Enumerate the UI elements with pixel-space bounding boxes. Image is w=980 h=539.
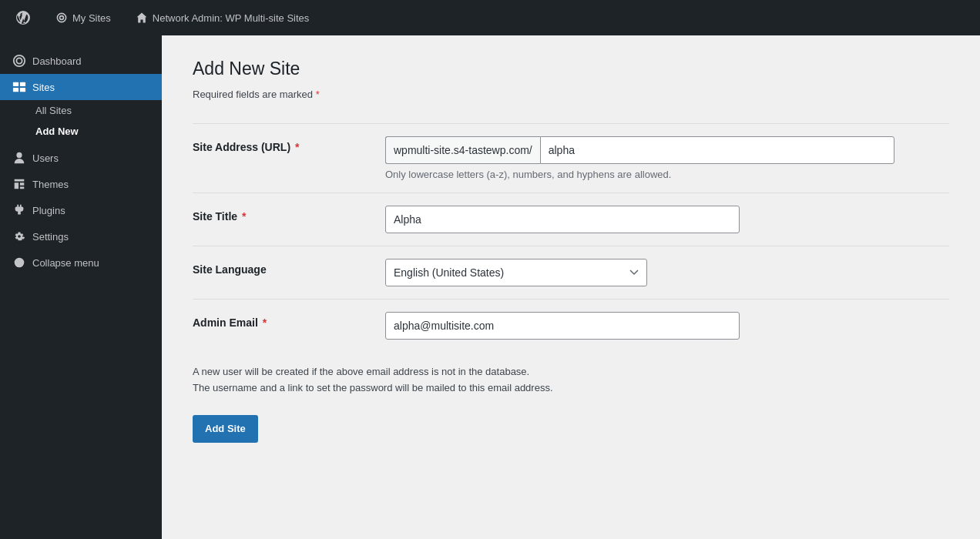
- site-address-input[interactable]: [540, 136, 894, 164]
- dashboard-icon: [12, 54, 26, 68]
- sidebar-item-collapse[interactable]: Collapse menu: [0, 249, 162, 276]
- sidebar-item-sites[interactable]: Sites: [0, 74, 162, 100]
- sidebar-item-settings[interactable]: Settings: [0, 223, 162, 249]
- admin-email-input[interactable]: [385, 312, 740, 340]
- notice-line1: A new user will be created if the above …: [193, 364, 949, 380]
- add-site-button[interactable]: Add Site: [193, 415, 258, 443]
- site-address-hint: Only lowercase letters (a-z), numbers, a…: [385, 169, 949, 180]
- topbar: My Sites Network Admin: WP Multi-site Si…: [0, 0, 980, 35]
- svg-rect-3: [20, 88, 25, 92]
- sidebar-item-themes[interactable]: Themes: [0, 171, 162, 197]
- settings-icon: [12, 229, 26, 243]
- sites-label: Sites: [32, 82, 55, 93]
- users-icon: [12, 151, 26, 165]
- required-note: Required fields are marked *: [193, 89, 949, 100]
- form-row-admin-email: Admin Email *: [193, 299, 949, 352]
- home-icon: [136, 12, 148, 24]
- add-new-label: Add New: [35, 126, 79, 137]
- collapse-label: Collapse menu: [32, 257, 99, 269]
- form-row-site-title: Site Title *: [193, 192, 949, 246]
- required-asterisk: *: [316, 89, 320, 100]
- site-address-label: Site Address (URL) *: [193, 136, 385, 153]
- themes-icon: [12, 177, 26, 191]
- dashboard-label: Dashboard: [32, 55, 82, 67]
- url-input-group: wpmulti-site.s4-tastewp.com/: [385, 136, 949, 164]
- layout: Dashboard Sites All Sites Add New: [0, 35, 980, 539]
- form-row-site-language: Site Language English (United States): [193, 246, 949, 299]
- my-sites-label: My Sites: [72, 12, 111, 24]
- sidebar-section-main: Dashboard Sites All Sites Add New: [0, 42, 162, 279]
- themes-label: Themes: [32, 179, 69, 190]
- sidebar: Dashboard Sites All Sites Add New: [0, 35, 162, 539]
- sidebar-item-add-new[interactable]: Add New: [0, 121, 162, 142]
- page-title: Add New Site: [193, 59, 949, 79]
- notice-text: A new user will be created if the above …: [193, 364, 949, 397]
- site-language-label: Site Language: [193, 259, 385, 276]
- sites-icon: [12, 80, 26, 94]
- wp-logo-icon: [15, 10, 31, 25]
- site-title-input[interactable]: [385, 206, 740, 233]
- form-row-site-address: Site Address (URL) * wpmulti-site.s4-tas…: [193, 123, 949, 192]
- notice-line2: The username and a link to set the passw…: [193, 380, 949, 397]
- site-language-select[interactable]: English (United States): [385, 259, 647, 286]
- site-title-field: [385, 206, 949, 233]
- site-title-label: Site Title *: [193, 206, 385, 223]
- sites-submenu: All Sites Add New: [0, 100, 162, 145]
- url-prefix: wpmulti-site.s4-tastewp.com/: [385, 136, 540, 164]
- svg-rect-0: [13, 82, 18, 86]
- plugins-icon: [12, 203, 26, 217]
- my-sites-icon: [55, 12, 68, 24]
- users-label: Users: [32, 152, 59, 164]
- plugins-label: Plugins: [32, 205, 65, 216]
- sidebar-item-all-sites[interactable]: All Sites: [0, 100, 162, 121]
- site-title-required: *: [239, 210, 246, 223]
- site-language-field: English (United States): [385, 259, 949, 286]
- site-address-required: *: [292, 141, 299, 153]
- svg-rect-1: [20, 82, 25, 86]
- site-address-field: wpmulti-site.s4-tastewp.com/ Only lowerc…: [385, 136, 949, 180]
- admin-email-required: *: [260, 316, 267, 329]
- all-sites-label: All Sites: [35, 105, 72, 116]
- sidebar-item-dashboard[interactable]: Dashboard: [0, 48, 162, 74]
- sidebar-item-plugins[interactable]: Plugins: [0, 197, 162, 223]
- admin-email-label: Admin Email *: [193, 312, 385, 329]
- collapse-icon: [12, 256, 26, 270]
- main-content: Add New Site Required fields are marked …: [162, 35, 980, 539]
- my-sites-button[interactable]: My Sites: [49, 8, 117, 27]
- wp-logo-button[interactable]: [9, 7, 37, 28]
- admin-email-field: [385, 312, 949, 340]
- network-admin-button[interactable]: Network Admin: WP Multi-site Sites: [129, 8, 315, 27]
- sidebar-item-users[interactable]: Users: [0, 145, 162, 171]
- svg-rect-2: [13, 88, 18, 92]
- network-admin-label: Network Admin: WP Multi-site Sites: [153, 12, 309, 24]
- settings-label: Settings: [32, 231, 69, 243]
